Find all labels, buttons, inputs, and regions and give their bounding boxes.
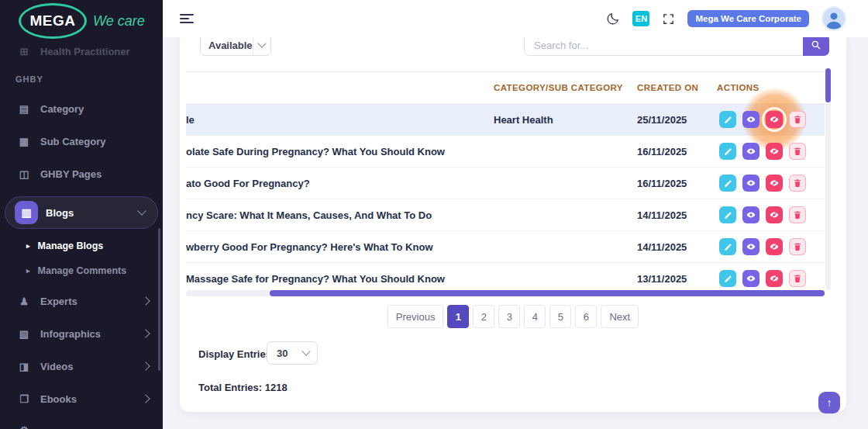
view-button[interactable] xyxy=(742,238,760,255)
horizontal-scrollbar-thumb[interactable] xyxy=(270,290,825,296)
sidebar-item-category[interactable]: ▤ Category xyxy=(0,93,163,124)
delete-button[interactable] xyxy=(789,143,806,160)
sidebar-item-manage-comments[interactable]: ▸ Manage Comments xyxy=(0,258,163,283)
toggle-visibility-button[interactable] xyxy=(766,270,783,287)
pagination-pages: 1 2 3 4 5 6 xyxy=(447,305,597,328)
sidebar-item-clipped-bottom[interactable]: ⚙ xyxy=(0,414,163,429)
pagination-previous[interactable]: Previous xyxy=(388,305,444,328)
vertical-scrollbar-track[interactable] xyxy=(825,68,831,290)
delete-button[interactable] xyxy=(789,206,806,223)
view-button[interactable] xyxy=(742,143,760,160)
horizontal-scrollbar-track[interactable] xyxy=(186,290,825,296)
ghby-pages-icon: ◫ xyxy=(17,168,31,180)
sidebar-scrollbar[interactable] xyxy=(158,228,160,371)
view-button[interactable] xyxy=(742,175,760,192)
sidebar-section-ghby: GHBY xyxy=(16,74,43,84)
column-header-category: CATEGORY/SUB CATEGORY xyxy=(494,72,623,103)
edit-button[interactable] xyxy=(719,238,736,255)
sidebar-item-infographics[interactable]: ▧ Infographics xyxy=(0,318,163,349)
blogs-icon: ▥ xyxy=(15,201,38,224)
sidebar-item-blogs[interactable]: ▥ Blogs xyxy=(5,196,158,229)
search-input[interactable] xyxy=(524,37,829,56)
scroll-to-top-button[interactable]: ↑ xyxy=(818,392,840,413)
sidebar-item-label: Blogs xyxy=(46,207,74,219)
table-row: le Heart Health 25/11/2025 xyxy=(186,104,825,136)
sidebar-item-videos[interactable]: ◨ Videos xyxy=(0,351,163,382)
vertical-scrollbar-thumb[interactable] xyxy=(825,68,831,102)
toggle-visibility-button[interactable] xyxy=(766,175,783,192)
display-entries-dropdown[interactable]: 30 xyxy=(267,341,318,365)
menu-toggle-icon[interactable] xyxy=(180,14,194,23)
chevron-down-icon xyxy=(301,347,310,355)
toggle-visibility-button[interactable] xyxy=(766,238,783,255)
row-actions xyxy=(719,199,823,230)
toggle-visibility-button[interactable] xyxy=(766,111,783,128)
edit-button[interactable] xyxy=(719,206,736,223)
sub-category-icon: ▦ xyxy=(17,136,31,147)
sidebar-item-ghby-pages[interactable]: ◫ GHBY Pages xyxy=(0,158,163,189)
logo-oval: MEGA xyxy=(19,3,87,39)
sidebar-item-ebooks[interactable]: ❐ Ebooks xyxy=(0,383,163,414)
search-box xyxy=(524,37,829,56)
pagination-page[interactable]: 3 xyxy=(498,305,520,328)
app: ⊞ Health Practitioner GHBY ▤ Category ▦ … xyxy=(0,0,868,429)
view-button[interactable] xyxy=(742,111,760,128)
pagination-page[interactable]: 5 xyxy=(549,305,571,328)
sidebar-item-label: Ebooks xyxy=(40,393,77,405)
sidebar-item-label: Sub Category xyxy=(40,136,106,147)
blog-title: Massage Safe for Pregnancy? What You Sho… xyxy=(186,263,488,289)
chevron-down-icon xyxy=(253,37,270,55)
language-selector[interactable]: EN xyxy=(632,11,649,26)
moon-icon xyxy=(605,12,620,26)
corporate-account-button[interactable]: Mega We Care Corporate xyxy=(687,10,809,27)
user-avatar[interactable] xyxy=(822,6,846,31)
pagination-page[interactable]: 4 xyxy=(524,305,546,328)
dark-mode-button[interactable] xyxy=(605,12,620,26)
blog-category xyxy=(494,199,633,230)
sidebar-item-label: GHBY Pages xyxy=(40,168,102,180)
blog-created-date: 16/11/2025 xyxy=(637,168,715,199)
sidebar-item-label: Videos xyxy=(40,361,73,372)
search-button[interactable] xyxy=(803,37,829,56)
chevron-right-icon xyxy=(141,296,150,305)
experts-icon: ♟ xyxy=(17,296,31,307)
table-row: ncy Scare: What It Means, Causes, And Wh… xyxy=(186,199,825,231)
health-practitioner-icon: ⊞ xyxy=(17,46,31,57)
pagination: Previous 1 2 3 4 5 6 Next xyxy=(180,305,846,328)
pagination-page[interactable]: 6 xyxy=(575,305,597,328)
delete-button[interactable] xyxy=(789,238,806,255)
toggle-visibility-button[interactable] xyxy=(766,206,783,223)
view-button[interactable] xyxy=(742,206,760,223)
pagination-page[interactable]: 1 xyxy=(447,305,469,328)
logo-mega-text: MEGA xyxy=(30,12,76,29)
pagination-next[interactable]: Next xyxy=(601,305,639,328)
sidebar-item-experts[interactable]: ♟ Experts xyxy=(0,285,163,317)
user-icon xyxy=(822,7,846,30)
blog-category: Heart Health xyxy=(494,104,633,135)
settings-icon: ⚙ xyxy=(17,424,31,429)
category-icon: ▤ xyxy=(17,103,31,115)
delete-button[interactable] xyxy=(789,175,806,192)
blog-created-date: 25/11/2025 xyxy=(637,104,715,135)
edit-button[interactable] xyxy=(719,143,736,160)
edit-button[interactable] xyxy=(719,175,736,192)
delete-button[interactable] xyxy=(789,270,806,287)
pagination-page[interactable]: 2 xyxy=(473,305,494,328)
table-row: wberry Good For Pregnancy? Here's What T… xyxy=(186,231,825,263)
sidebar-item-sub-category[interactable]: ▦ Sub Category xyxy=(0,126,163,157)
fullscreen-button[interactable] xyxy=(662,12,675,26)
toggle-visibility-button[interactable] xyxy=(766,143,783,160)
sidebar-item-manage-blogs[interactable]: ▸ Manage Blogs xyxy=(0,234,163,258)
edit-button[interactable] xyxy=(719,270,736,287)
display-entries-value: 30 xyxy=(277,348,288,359)
edit-button[interactable] xyxy=(719,111,736,128)
status-filter-dropdown[interactable]: Available xyxy=(200,37,271,56)
sidebar-item-label: Experts xyxy=(40,296,78,307)
chevron-right-icon xyxy=(141,329,150,337)
status-filter-value: Available xyxy=(208,40,253,51)
chevron-down-icon xyxy=(137,206,146,215)
view-button[interactable] xyxy=(742,270,760,287)
sidebar: ⊞ Health Practitioner GHBY ▤ Category ▦ … xyxy=(0,0,163,429)
top-header: EN Mega We Care Corporate xyxy=(163,0,868,37)
delete-button[interactable] xyxy=(789,111,806,128)
